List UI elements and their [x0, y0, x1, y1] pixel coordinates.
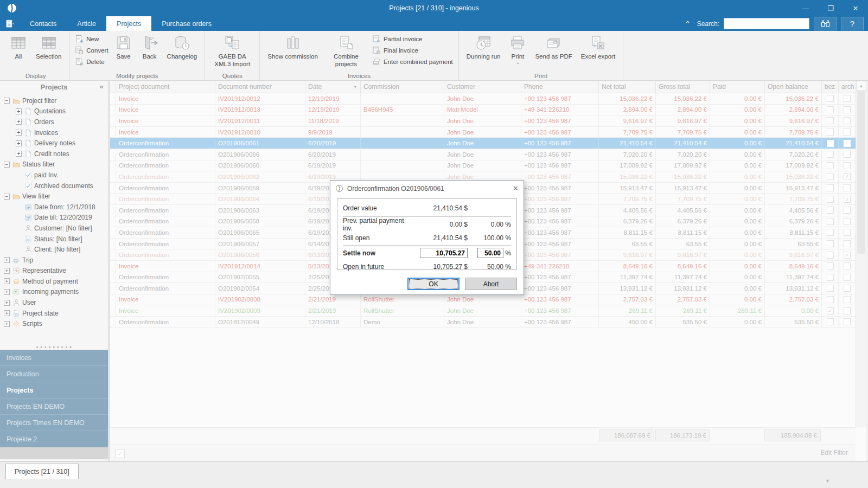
arch-checkbox[interactable] [844, 307, 851, 314]
arch-checkbox[interactable] [844, 285, 851, 292]
sidebar-section-projects-times-en-demo[interactable]: Projects Times EN DEMO [0, 415, 108, 431]
selection-button[interactable]: Selection [33, 33, 65, 62]
edit-filter-link[interactable]: Edit Filter [820, 449, 848, 457]
expand-icon[interactable]: + [4, 257, 10, 263]
column-header-date[interactable]: Date▼ [305, 81, 361, 93]
changelog-button[interactable]: Changelog [164, 33, 201, 62]
arch-checkbox[interactable] [844, 95, 851, 102]
tab-article[interactable]: Article [67, 16, 106, 31]
expand-icon[interactable]: + [16, 108, 22, 114]
main-menu-icon[interactable] [0, 16, 20, 31]
tree-item-archived-documents[interactable]: Archived documents [0, 181, 108, 191]
arch-checkbox[interactable] [844, 318, 851, 325]
send-as-pdf-button[interactable]: Send as PDF [532, 33, 575, 62]
all-button[interactable]: All [7, 33, 30, 62]
settle-amount-input[interactable] [420, 248, 468, 258]
column-header-document-number[interactable]: Document number [215, 81, 305, 93]
table-row[interactable]: InvoiceIV201912/001111/18/2019John Doe+0… [110, 115, 866, 127]
collapse-icon[interactable]: − [4, 194, 10, 200]
arch-checkbox[interactable]: ✓ [844, 252, 851, 259]
arch-checkbox[interactable] [844, 151, 851, 158]
scrollbar-thumb[interactable] [857, 91, 865, 254]
tree-item-client-no-filter[interactable]: Client: [No filter] [0, 244, 108, 255]
column-header-project-document[interactable]: Project document [116, 81, 215, 93]
expand-icon[interactable]: + [16, 140, 22, 146]
table-row[interactable]: InvoiceIV201902/00082/21/2019RollShutter… [110, 294, 866, 306]
table-row[interactable]: InvoiceIV201902/00092/21/2019RollShutter… [110, 305, 866, 317]
tree-item-trip[interactable]: +Trip [0, 255, 108, 266]
arch-checkbox[interactable]: ✓ [844, 173, 851, 180]
expand-icon[interactable]: + [4, 278, 10, 284]
bez-checkbox[interactable] [827, 117, 834, 124]
arch-checkbox[interactable]: ✓ [844, 196, 851, 203]
maximize-button[interactable]: ❐ [818, 0, 843, 16]
table-row[interactable]: OrderconfirmationO201906/00666/20/2019Jo… [110, 149, 866, 160]
column-header-open-balance[interactable]: Open balance [765, 81, 822, 93]
bez-checkbox[interactable] [827, 106, 834, 113]
arch-checkbox[interactable] [844, 129, 851, 136]
column-header-customer[interactable]: Customer [444, 81, 521, 93]
tree-item-status-filter[interactable]: −Status filter [0, 159, 108, 170]
bez-checkbox[interactable] [827, 129, 834, 136]
bez-checkbox[interactable] [827, 296, 834, 303]
bez-checkbox[interactable] [827, 262, 834, 269]
convert-button[interactable]: Convert [75, 46, 108, 55]
arch-checkbox[interactable] [844, 184, 851, 191]
combine-projects-button[interactable]: Combine projects [323, 33, 369, 70]
expand-icon[interactable]: + [4, 321, 10, 327]
partial-invoice-button[interactable]: Partial invoice [372, 35, 453, 43]
tree-item-credit-notes[interactable]: +Credit notes [0, 149, 108, 159]
dunning-run-button[interactable]: Dunning run [463, 33, 504, 62]
tree-item-invoices[interactable]: +Invoices [0, 127, 108, 138]
tab-purchase-orders[interactable]: Purchase orders [151, 16, 222, 31]
binoculars-icon[interactable] [814, 17, 837, 30]
back-button[interactable]: Back [138, 33, 162, 62]
expand-icon[interactable]: + [16, 151, 22, 157]
tree-item-paid-inv[interactable]: paid Inv. [0, 170, 108, 181]
tree-item-quotations[interactable]: +Quotations [0, 106, 108, 117]
sidebar-section-projekte-2[interactable]: Projekte 2 [0, 431, 108, 447]
tree-item-project-filter[interactable]: −Project filter [0, 95, 108, 106]
bez-checkbox[interactable] [827, 162, 834, 169]
tree-item-scripts[interactable]: +Scripts [0, 318, 108, 329]
tab-contacts[interactable]: Contacts [20, 16, 67, 31]
sidebar-section-projects[interactable]: Projects [0, 382, 108, 399]
new-button[interactable]: New [75, 35, 108, 43]
bez-checkbox[interactable] [827, 274, 834, 281]
tree-item-view-filter[interactable]: −View filter [0, 191, 108, 202]
expand-icon[interactable]: + [4, 310, 10, 316]
bez-checkbox[interactable] [827, 207, 834, 214]
arch-checkbox[interactable] [844, 207, 851, 214]
tree-item-delivery-notes[interactable]: +Delivery notes [0, 138, 108, 149]
sidebar-collapse-icon[interactable]: « [100, 82, 104, 91]
excel-export-button[interactable]: Excel export [578, 33, 618, 62]
settle-percent-input[interactable] [477, 248, 503, 258]
column-header-phone[interactable]: Phone [521, 81, 599, 93]
arch-checkbox[interactable] [844, 117, 851, 124]
column-header-net-total[interactable]: Net total [599, 81, 656, 93]
ok-button[interactable]: OK [407, 278, 459, 290]
table-row[interactable]: OrderconfirmationO201906/00616/20/2019Jo… [110, 138, 866, 149]
sidebar-section-invoices[interactable]: Invoices [0, 350, 108, 366]
bez-checkbox[interactable] [827, 252, 834, 259]
vertical-scrollbar[interactable]: ▲ [856, 81, 866, 427]
table-row[interactable]: InvoiceIV201912/001212/19/2019John Doe+0… [110, 93, 866, 105]
final-invoice-button[interactable]: Final invoice [372, 46, 453, 55]
column-header-arch[interactable]: arch [839, 81, 856, 93]
sidebar-section-production[interactable]: Production [0, 366, 108, 382]
tree-item-user[interactable]: +User [0, 297, 108, 308]
bez-checkbox[interactable] [827, 95, 834, 102]
dialog-close-icon[interactable]: ✕ [513, 184, 519, 192]
expand-icon[interactable]: + [4, 289, 10, 295]
bez-checkbox[interactable] [827, 218, 834, 225]
tree-item-incoming-payments[interactable]: +Incoming payments [0, 287, 108, 298]
delete-button[interactable]: Delete [75, 57, 108, 66]
bez-checkbox[interactable] [827, 151, 834, 158]
expand-icon[interactable]: + [16, 119, 22, 125]
arch-checkbox[interactable] [844, 274, 851, 281]
tree-item-orders[interactable]: +Orders [0, 117, 108, 127]
table-row[interactable]: OrderconfirmationO201812/004912/10/2018D… [110, 317, 866, 328]
sidebar-section-projects-en-demo[interactable]: Projects EN DEMO [0, 399, 108, 415]
expand-icon[interactable]: + [16, 130, 22, 136]
table-row[interactable]: InvoiceIV201912/00109/9/2019John Doe+00 … [110, 127, 866, 138]
